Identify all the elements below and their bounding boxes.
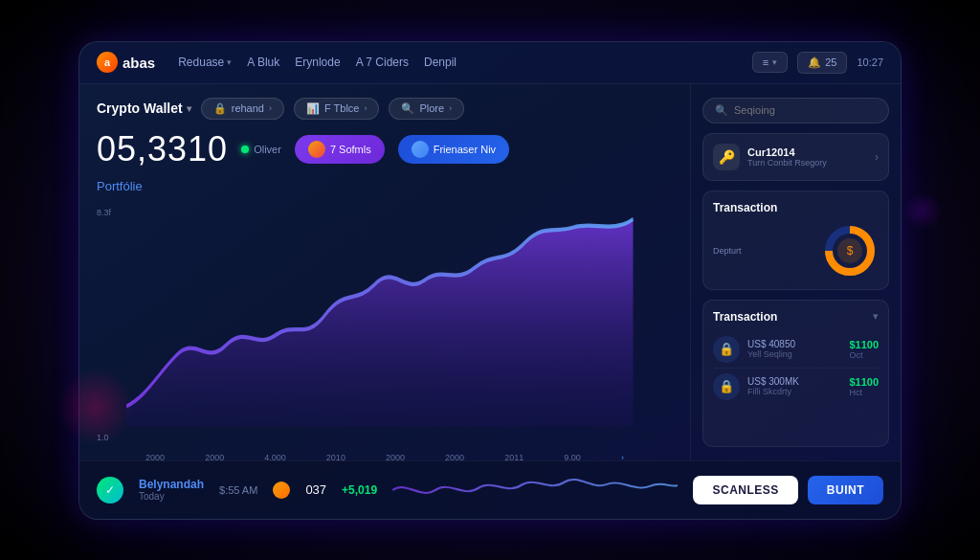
logo-icon: a [97,52,118,73]
bottom-strip: ✓ Belynandah Today $:55 AM 037 +5,019 [79,460,901,519]
btn-sofmls[interactable]: 7 Sofmls [295,135,385,164]
balance-value: 05,3310 [97,129,228,169]
btn-frienaser[interactable]: Frienaser Niv [398,135,509,164]
frienaser-avatar [412,141,429,158]
donut-svg: $ [821,222,879,280]
left-panel: Crypto Wallet ▾ 🔒 rehand › 📊 F Tblce › 🔍… [79,84,690,460]
status-dot [241,146,249,153]
nav-item-3[interactable]: A 7 Ciders [356,56,409,69]
bottom-wave [392,471,678,509]
search-icon: 🔍 [715,104,728,117]
nav-item-0[interactable]: Reduase ▾ [178,56,232,69]
chart-container: 8.3f 1.0 [97,203,673,447]
rehand-icon: 🔒 [213,102,227,115]
chart-y-labels: 8.3f 1.0 [97,203,125,447]
list-title-row: Transaction ▾ [713,310,879,324]
status-indicator: Oliver [241,144,281,155]
transaction-list-card: Transaction ▾ 🔒 US$ 40850 Yell Seqling $… [702,300,889,447]
nav-time: 10:27 [857,56,883,68]
breadcrumb-row: Crypto Wallet ▾ 🔒 rehand › 📊 F Tblce › 🔍… [97,98,673,120]
nav-item-1[interactable]: A Bluk [247,56,279,69]
top-nav: a abas Reduase ▾ A Bluk Erynlode A 7 Cid… [79,42,901,84]
app-container: a abas Reduase ▾ A Bluk Erynlode A 7 Cid… [78,41,902,520]
tx-icon-1: 🔒 [713,373,740,400]
ticker-count: 037 [305,482,326,497]
portfolio-chart [97,203,673,447]
sofmls-avatar [308,141,325,158]
chart-x-labels: 2000 2000 4,000 2010 2000 2000 2011 9.00… [97,453,673,460]
btn-buint[interactable]: BUINT [808,476,883,504]
tx-item-0: 🔒 US$ 40850 Yell Seqling $1100 Oct [713,331,879,369]
logo: a abas [97,52,155,73]
nav-menu-button[interactable]: ≡ ▾ [752,52,788,73]
tab-tblce[interactable]: 📊 F Tblce › [294,98,379,120]
tx-amount-1: $1100 Hct [849,376,879,397]
ticker-crypto-icon [273,482,290,499]
tx-icon-0: 🔒 [713,336,740,363]
ticker-time-label: $:55 AM [219,484,257,496]
bottom-buttons: SCANLESS BUINT [693,476,883,504]
plore-icon: 🔍 [401,102,414,115]
tx-item-1: 🔒 US$ 300MK Filli Skcdrty $1100 Hct [713,369,879,405]
right-panel: 🔍 🔑 Cur12014 Turn Conbit Rsegory › Trans… [690,84,901,460]
tx-amount-0: $1100 Oct [849,339,879,360]
tx-details-1: US$ 300MK Filli Skcdrty [747,376,841,396]
nav-actions: ≡ ▾ 🔔 25 10:27 [752,52,883,74]
tblce-icon: 📊 [306,102,320,115]
tab-plore[interactable]: 🔍 Plore › [389,98,464,120]
donut-chart: $ [821,222,879,280]
main-content: Crypto Wallet ▾ 🔒 rehand › 📊 F Tblce › 🔍… [79,84,901,460]
donut-info: Depturt [713,246,812,256]
nav-item-4[interactable]: Denpil [424,56,457,69]
currency-card[interactable]: 🔑 Cur12014 Turn Conbit Rsegory › [702,133,889,181]
tx-details-0: US$ 40850 Yell Seqling [747,339,841,359]
bottom-ticker: Belynandah Today [139,478,204,502]
tab-rehand[interactable]: 🔒 rehand › [201,98,284,120]
bottom-avatar: ✓ [97,477,123,504]
balance-row: 05,3310 Oliver 7 Sofmls Frienaser Niv [97,129,673,169]
btn-scanless[interactable]: SCANLESS [693,476,797,504]
chart-x-more[interactable]: › [621,453,624,460]
currency-icon: 🔑 [713,144,740,170]
nav-item-2[interactable]: Erynlode [295,56,340,69]
list-chevron[interactable]: ▾ [873,310,879,323]
donut-title-row: Transaction [713,201,879,214]
nav-chevron-0: ▾ [227,57,232,67]
currency-info: Cur12014 Turn Conbit Rsegory [747,146,867,168]
logo-text: abas [122,55,155,71]
breadcrumb-title: Crypto Wallet ▾ [97,101,191,116]
search-box[interactable]: 🔍 [702,98,889,123]
nav-notif-button[interactable]: 🔔 25 [797,52,847,74]
donut-row: Depturt $ [713,222,879,280]
currency-card-chevron: › [875,150,879,164]
ticker-change: +5,019 [342,483,377,497]
portfolio-label: Portfólie [97,179,673,193]
search-input[interactable] [734,104,877,116]
svg-text:$: $ [847,244,854,258]
transaction-donut-card: Transaction Depturt $ [702,190,889,290]
breadcrumb-chevron: ▾ [187,103,191,114]
